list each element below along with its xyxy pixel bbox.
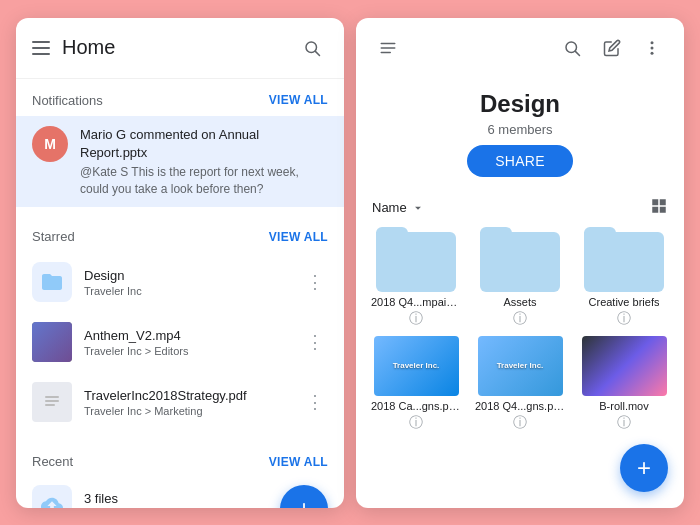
file-item-slide1[interactable]: Traveler Inc. 2018 Ca...gns.pptx ⓘ xyxy=(368,336,464,432)
notification-content: Mario G commented on Annual Report.pptx … xyxy=(80,126,328,198)
more-vert-icon[interactable] xyxy=(636,32,668,64)
menu-icon[interactable] xyxy=(32,41,50,55)
share-button[interactable]: SHARE xyxy=(467,145,573,177)
svg-line-1 xyxy=(315,51,319,55)
file-item-broll[interactable]: B-roll.mov ⓘ xyxy=(576,336,672,432)
right-header xyxy=(356,18,684,78)
file-name: Anthem_V2.mp4 xyxy=(84,328,302,343)
info-icon[interactable]: ⓘ xyxy=(513,414,527,432)
notification-item[interactable]: M Mario G commented on Annual Report.ppt… xyxy=(16,116,344,208)
edit-icon[interactable] xyxy=(596,32,628,64)
file-name: Design xyxy=(84,268,302,283)
files-grid: Traveler Inc. 2018 Ca...gns.pptx ⓘ Trave… xyxy=(356,336,684,432)
recent-view-all[interactable]: VIEW ALL xyxy=(269,455,328,469)
svg-rect-4 xyxy=(45,400,59,402)
file-name: TravelerInc2018Strategy.pdf xyxy=(84,388,302,403)
folder-item-campaigns[interactable]: 2018 Q4...mpaigns ⓘ xyxy=(368,227,464,328)
members-text: 6 members xyxy=(372,122,668,137)
pdf-thumbnail xyxy=(32,382,72,422)
folder-label: Creative briefs xyxy=(589,296,660,308)
svg-point-16 xyxy=(651,41,654,44)
header-left-group: Home xyxy=(32,36,115,59)
starred-item-anthem[interactable]: Anthem_V2.mp4 Traveler Inc > Editors ⋮ xyxy=(16,312,344,372)
notification-title: Mario G commented on Annual Report.pptx xyxy=(80,126,328,162)
design-title: Design xyxy=(372,90,668,118)
file-info: Design Traveler Inc xyxy=(84,268,302,297)
file-label: B-roll.mov xyxy=(599,400,649,412)
menu-list-icon[interactable] xyxy=(372,32,404,64)
starred-label: Starred xyxy=(32,229,75,244)
folder-item-assets[interactable]: Assets ⓘ xyxy=(472,227,568,328)
file-info: Anthem_V2.mp4 Traveler Inc > Editors xyxy=(84,328,302,357)
right-header-icons xyxy=(556,32,668,64)
starred-item-design[interactable]: Design Traveler Inc ⋮ xyxy=(16,252,344,312)
sort-label: Name xyxy=(372,200,407,215)
three-dots-menu[interactable]: ⋮ xyxy=(302,387,328,417)
search-icon[interactable] xyxy=(556,32,588,64)
right-header-left xyxy=(372,32,404,64)
notifications-view-all[interactable]: VIEW ALL xyxy=(269,93,328,107)
info-icon[interactable]: ⓘ xyxy=(409,310,423,328)
info-icon[interactable]: ⓘ xyxy=(617,310,631,328)
avatar: M xyxy=(32,126,68,162)
page-title: Home xyxy=(62,36,115,59)
grid-view-icon[interactable] xyxy=(650,197,668,219)
starred-view-all[interactable]: VIEW ALL xyxy=(269,230,328,244)
three-dots-menu[interactable]: ⋮ xyxy=(302,327,328,357)
right-panel: Design 6 members SHARE Name 2018 Q4...mp… xyxy=(356,18,684,508)
recent-section-header: Recent VIEW ALL xyxy=(16,440,344,477)
info-icon[interactable]: ⓘ xyxy=(513,310,527,328)
svg-rect-5 xyxy=(45,404,55,406)
folder-label: 2018 Q4...mpaigns xyxy=(371,296,461,308)
notifications-section-header: Notifications VIEW ALL xyxy=(16,79,344,116)
info-icon[interactable]: ⓘ xyxy=(617,414,631,432)
svg-point-17 xyxy=(651,46,654,49)
info-icon[interactable]: ⓘ xyxy=(409,414,423,432)
notifications-label: Notifications xyxy=(32,93,103,108)
folder-icon xyxy=(32,262,72,302)
svg-line-15 xyxy=(575,51,579,55)
file-path: Traveler Inc > Marketing xyxy=(84,405,302,417)
starred-item-pdf[interactable]: TravelerInc2018Strategy.pdf Traveler Inc… xyxy=(16,372,344,432)
file-item-slide2[interactable]: Traveler Inc. 2018 Q4...gns.pptx ⓘ xyxy=(472,336,568,432)
folders-grid: 2018 Q4...mpaigns ⓘ Assets ⓘ Creative br… xyxy=(356,227,684,328)
recent-label: Recent xyxy=(32,454,73,469)
svg-point-18 xyxy=(651,51,654,54)
svg-rect-3 xyxy=(45,396,59,398)
file-path: Traveler Inc > Editors xyxy=(84,345,302,357)
files-header: Name xyxy=(356,185,684,227)
left-panel: Home Notifications VIEW ALL M Mario G co… xyxy=(16,18,344,508)
folder-item-briefs[interactable]: Creative briefs ⓘ xyxy=(576,227,672,328)
upload-icon xyxy=(32,485,72,507)
search-icon[interactable] xyxy=(296,32,328,64)
video-thumbnail xyxy=(32,322,72,362)
fab-button[interactable]: + xyxy=(620,444,668,492)
file-label: 2018 Q4...gns.pptx xyxy=(475,400,565,412)
starred-section-header: Starred VIEW ALL xyxy=(16,215,344,252)
file-info: TravelerInc2018Strategy.pdf Traveler Inc… xyxy=(84,388,302,417)
sort-button[interactable]: Name xyxy=(372,200,425,215)
file-label: 2018 Ca...gns.pptx xyxy=(371,400,461,412)
folder-label: Assets xyxy=(503,296,536,308)
notification-body: @Kate S This is the report for next week… xyxy=(80,164,328,198)
three-dots-menu[interactable]: ⋮ xyxy=(302,267,328,297)
file-path: Traveler Inc xyxy=(84,285,302,297)
left-header: Home xyxy=(16,18,344,79)
design-title-section: Design 6 members SHARE xyxy=(356,78,684,185)
